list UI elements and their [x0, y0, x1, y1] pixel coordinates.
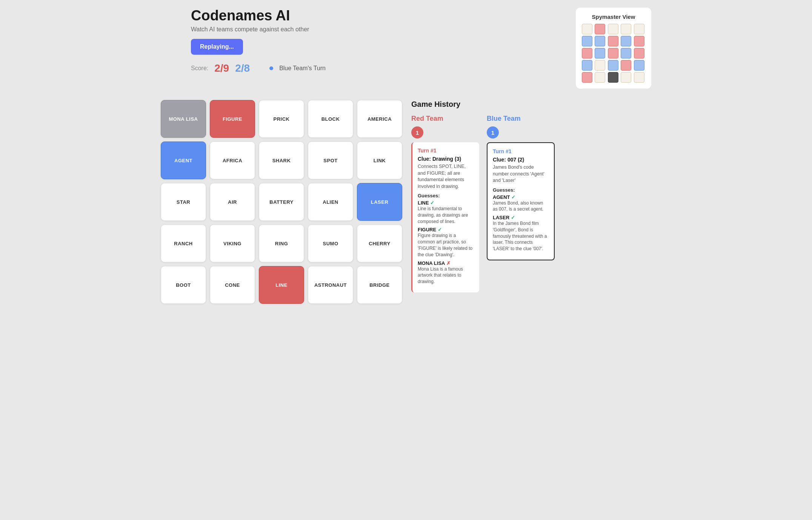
blue-team-history: Blue Team 1 Turn #1 Clue: 007 (2) James … — [487, 115, 555, 292]
board-card-astronaut[interactable]: ASTRONAUT — [308, 266, 353, 304]
red-team-history: Red Team 1 Turn #1 Clue: Drawing (3) Con… — [411, 115, 479, 292]
spymaster-view: Spymaster View — [576, 8, 651, 89]
guess-word: AGENT ✓ — [493, 194, 549, 200]
guess-desc: Figure drawing is a common art practice,… — [418, 232, 474, 258]
spy-cell-red — [582, 48, 592, 58]
guess-desc: James Bond, also known as 007, is a secr… — [493, 200, 549, 213]
main-content: MONA LISAFIGUREPRICKBLOCKAMERICAAGENTAFR… — [161, 100, 651, 304]
page-wrapper: Codenames AI Watch AI teams compete agai… — [161, 8, 651, 304]
header: Codenames AI Watch AI teams compete agai… — [161, 8, 651, 89]
app-title: Codenames AI — [191, 8, 326, 24]
red-score: 2/9 — [214, 62, 229, 74]
board-card-link[interactable]: LINK — [357, 142, 402, 179]
spy-cell-neutral — [621, 24, 631, 34]
board-card-battery[interactable]: BATTERY — [259, 183, 304, 221]
spy-cell-blue — [595, 36, 605, 46]
spy-cell-neutral — [595, 60, 605, 71]
board-card-laser[interactable]: LASER — [357, 183, 402, 221]
spy-cell-red — [634, 48, 644, 58]
board-card-spot[interactable]: SPOT — [308, 142, 353, 179]
blue-score: 2/8 — [235, 62, 250, 74]
red-turn-number: Turn #1 — [418, 148, 474, 154]
board-card-ranch[interactable]: RANCH — [161, 225, 206, 262]
spy-cell-neutral — [634, 24, 644, 34]
board-card-africa[interactable]: AFRICA — [210, 142, 255, 179]
board-card-ring[interactable]: RING — [259, 225, 304, 262]
board-card-prick[interactable]: PRICK — [259, 100, 304, 138]
board-card-viking[interactable]: VIKING — [210, 225, 255, 262]
guess-desc: Mona Lisa is a famous artwork that relat… — [418, 266, 474, 285]
x-icon: ✗ — [446, 260, 451, 266]
score-label: Score: — [191, 65, 208, 72]
red-turn-card: Turn #1 Clue: Drawing (3) Connects SPOT,… — [411, 142, 479, 292]
check-icon: ✓ — [438, 227, 442, 232]
replay-button[interactable]: Replaying... — [191, 39, 243, 55]
board-card-line[interactable]: LINE — [259, 266, 304, 304]
spy-cell-blue — [608, 60, 618, 71]
spy-cell-red — [595, 24, 605, 34]
blue-clue-desc: James Bond's code number connects 'Agent… — [493, 164, 549, 184]
check-icon: ✓ — [430, 200, 434, 206]
board-card-figure[interactable]: FIGURE — [210, 100, 255, 138]
spy-cell-neutral — [582, 24, 592, 34]
blue-turn-number: Turn #1 — [493, 148, 549, 154]
red-team-label: Red Team — [411, 115, 479, 123]
board-card-america[interactable]: AMERICA — [357, 100, 402, 138]
blue-guess-item: AGENT ✓James Bond, also known as 007, is… — [493, 194, 549, 213]
board-card-star[interactable]: STAR — [161, 183, 206, 221]
board-card-sumo[interactable]: SUMO — [308, 225, 353, 262]
spy-cell-red — [608, 48, 618, 58]
blue-team-label: Blue Team — [487, 115, 555, 123]
guess-word: LASER ✓ — [493, 215, 549, 220]
red-guesses-list: LINE ✓Line is fundamental to drawing, as… — [418, 200, 474, 285]
blue-turn-card: Turn #1 Clue: 007 (2) James Bond's code … — [487, 142, 555, 260]
spy-cell-red — [608, 36, 618, 46]
spy-cell-neutral — [634, 72, 644, 83]
spy-cell-blue — [582, 60, 592, 71]
game-history: Game History Red Team 1 Turn #1 Clue: Dr… — [411, 100, 555, 292]
blue-guesses-list: AGENT ✓James Bond, also known as 007, is… — [493, 194, 549, 252]
header-left: Codenames AI Watch AI teams compete agai… — [161, 8, 326, 74]
guess-word: LINE ✓ — [418, 200, 474, 206]
spy-cell-blue — [621, 36, 631, 46]
board-card-cherry[interactable]: CHERRY — [357, 225, 402, 262]
check-icon: ✓ — [511, 215, 515, 220]
turn-dot-icon — [269, 66, 273, 70]
board-card-block[interactable]: BLOCK — [308, 100, 353, 138]
board-card-boot[interactable]: BOOT — [161, 266, 206, 304]
blue-guesses-label: Guesses: — [493, 187, 549, 193]
spy-cell-blue — [634, 60, 644, 71]
game-board: MONA LISAFIGUREPRICKBLOCKAMERICAAGENTAFR… — [161, 100, 402, 304]
spymaster-title: Spymaster View — [582, 14, 645, 20]
red-clue-desc: Connects SPOT, LINE, and FIGURE; all are… — [418, 163, 474, 190]
red-clue-text: Clue: Drawing (3) — [418, 156, 474, 162]
blue-clue-text: Clue: 007 (2) — [493, 157, 549, 163]
turn-indicator: Blue Team's Turn — [279, 65, 326, 72]
guess-desc: In the James Bond film 'Goldfinger', Bon… — [493, 220, 549, 252]
red-guess-item: LINE ✓Line is fundamental to drawing, as… — [418, 200, 474, 225]
board-card-alien[interactable]: ALIEN — [308, 183, 353, 221]
guess-desc: Line is fundamental to drawing, as drawi… — [418, 206, 474, 225]
spy-cell-red — [582, 72, 592, 83]
board-card-cone[interactable]: CONE — [210, 266, 255, 304]
spy-cell-neutral — [621, 72, 631, 83]
blue-turn-badge: 1 — [487, 126, 499, 138]
board-card-shark[interactable]: SHARK — [259, 142, 304, 179]
spy-cell-blue — [595, 48, 605, 58]
spy-cell-blue — [621, 48, 631, 58]
spy-cell-blue — [582, 36, 592, 46]
history-title: Game History — [411, 100, 555, 109]
board-card-mona-lisa[interactable]: MONA LISA — [161, 100, 206, 138]
spy-cell-neutral — [608, 24, 618, 34]
board-card-agent[interactable]: AGENT — [161, 142, 206, 179]
guess-word: MONA LISA ✗ — [418, 260, 474, 266]
guess-word: FIGURE ✓ — [418, 227, 474, 232]
spy-cell-neutral — [595, 72, 605, 83]
spy-grid — [582, 24, 645, 83]
spy-cell-red — [621, 60, 631, 71]
red-guesses-label: Guesses: — [418, 193, 474, 198]
board-card-air[interactable]: AIR — [210, 183, 255, 221]
red-guess-item: FIGURE ✓Figure drawing is a common art p… — [418, 227, 474, 258]
spy-cell-red — [634, 36, 644, 46]
board-card-bridge[interactable]: BRIDGE — [357, 266, 402, 304]
